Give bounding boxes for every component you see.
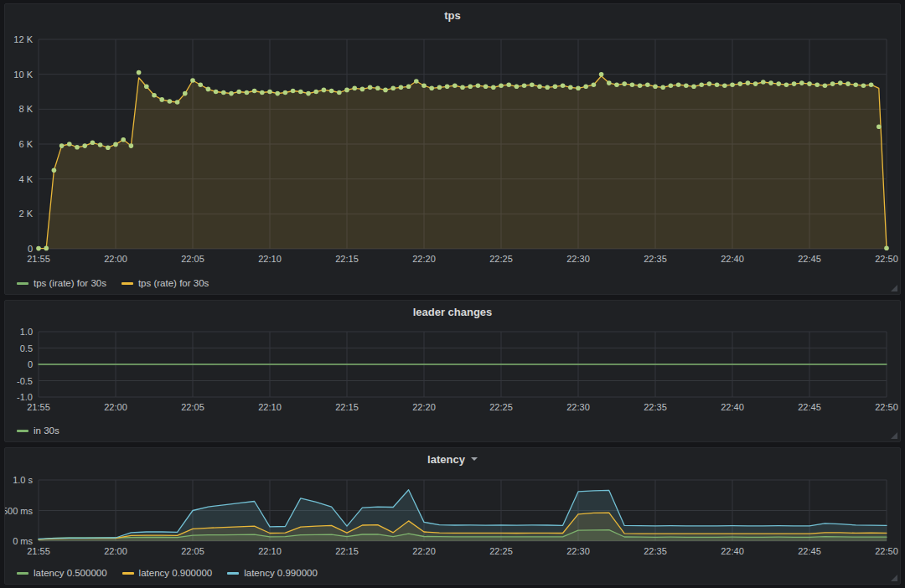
svg-text:22:15: 22:15 bbox=[335, 546, 359, 556]
series-color-dash bbox=[122, 572, 134, 575]
legend-label: tps (rate) for 30s bbox=[138, 278, 209, 288]
svg-text:22:15: 22:15 bbox=[335, 254, 359, 264]
panel-leader-changes: leader changes 1.00.50-0.5-1.021:5522:00… bbox=[4, 300, 901, 442]
svg-text:10 K: 10 K bbox=[13, 70, 33, 80]
svg-text:0: 0 bbox=[28, 244, 33, 254]
svg-text:22:00: 22:00 bbox=[104, 254, 127, 264]
legend-latency: latency 0.500000 latency 0.900000 latenc… bbox=[5, 562, 900, 584]
svg-text:1.0 s: 1.0 s bbox=[13, 475, 33, 485]
svg-text:4 K: 4 K bbox=[18, 174, 33, 184]
svg-text:22:45: 22:45 bbox=[798, 546, 821, 556]
svg-text:22:30: 22:30 bbox=[566, 546, 590, 556]
svg-text:-1.0: -1.0 bbox=[17, 392, 33, 402]
series-color-dash bbox=[17, 430, 28, 432]
svg-text:22:00: 22:00 bbox=[104, 402, 127, 412]
panel-header-latency[interactable]: latency bbox=[5, 448, 900, 470]
panel-resize-handle-icon[interactable] bbox=[891, 575, 897, 581]
chart-canvas-leader-changes[interactable]: 1.00.50-0.5-1.021:5522:0022:0522:1022:15… bbox=[5, 322, 900, 420]
svg-text:500 ms: 500 ms bbox=[5, 506, 33, 516]
svg-text:22:25: 22:25 bbox=[489, 402, 513, 412]
svg-text:22:30: 22:30 bbox=[566, 402, 590, 412]
grafana-dashboard: tps 02 K4 K6 K8 K10 K12 K21:5522:0022:05… bbox=[0, 0, 905, 588]
panel-header-leader-changes[interactable]: leader changes bbox=[5, 301, 900, 322]
chart-canvas-latency[interactable]: 1.0 s500 ms0 ms21:5522:0022:0522:1022:15… bbox=[5, 470, 900, 562]
legend-tps: tps (irate) for 30s tps (rate) for 30s bbox=[5, 272, 900, 294]
svg-text:21:55: 21:55 bbox=[27, 254, 50, 264]
svg-text:22:30: 22:30 bbox=[566, 254, 590, 264]
legend-item-latency-p50[interactable]: latency 0.500000 bbox=[17, 568, 107, 578]
series-color-dash bbox=[122, 282, 133, 285]
series-color-dash bbox=[227, 572, 239, 575]
svg-text:22:35: 22:35 bbox=[644, 254, 667, 264]
svg-text:22:50: 22:50 bbox=[875, 254, 898, 264]
legend-item-tps-rate[interactable]: tps (rate) for 30s bbox=[122, 278, 209, 288]
chart-area-tps[interactable]: 02 K4 K6 K8 K10 K12 K21:5522:0022:0522:1… bbox=[5, 26, 900, 272]
chart-canvas-tps[interactable]: 02 K4 K6 K8 K10 K12 K21:5522:0022:0522:1… bbox=[5, 26, 900, 272]
svg-text:22:20: 22:20 bbox=[412, 254, 436, 264]
svg-text:22:40: 22:40 bbox=[721, 254, 744, 264]
svg-text:22:10: 22:10 bbox=[258, 254, 282, 264]
panel-title-text: leader changes bbox=[413, 306, 493, 318]
panel-title-leader-changes[interactable]: leader changes bbox=[413, 306, 493, 318]
svg-text:22:40: 22:40 bbox=[721, 402, 744, 412]
svg-text:22:20: 22:20 bbox=[412, 402, 436, 412]
panel-header-tps[interactable]: tps bbox=[5, 4, 900, 26]
legend-item-latency-p90[interactable]: latency 0.900000 bbox=[122, 568, 213, 578]
svg-text:21:55: 21:55 bbox=[27, 546, 50, 556]
svg-text:22:50: 22:50 bbox=[875, 546, 898, 556]
series-color-dash bbox=[17, 572, 28, 575]
legend-label: latency 0.500000 bbox=[34, 568, 107, 578]
svg-text:0 ms: 0 ms bbox=[13, 536, 33, 546]
panel-title-text: latency bbox=[427, 453, 465, 466]
legend-label: latency 0.990000 bbox=[244, 568, 318, 578]
svg-text:22:20: 22:20 bbox=[412, 546, 436, 556]
svg-text:1.0: 1.0 bbox=[20, 327, 33, 337]
svg-text:21:55: 21:55 bbox=[27, 402, 50, 412]
svg-text:22:45: 22:45 bbox=[798, 402, 821, 412]
svg-text:22:45: 22:45 bbox=[798, 254, 821, 264]
legend-label: in 30s bbox=[34, 426, 59, 436]
legend-item-tps-irate[interactable]: tps (irate) for 30s bbox=[17, 278, 106, 288]
panel-title-latency[interactable]: latency bbox=[427, 453, 478, 466]
panel-latency: latency 1.0 s500 ms0 ms21:5522:0022:0522… bbox=[4, 447, 901, 585]
svg-text:0: 0 bbox=[28, 359, 33, 369]
svg-text:22:35: 22:35 bbox=[644, 402, 667, 412]
chart-area-latency[interactable]: 1.0 s500 ms0 ms21:5522:0022:0522:1022:15… bbox=[5, 470, 900, 562]
svg-text:-0.5: -0.5 bbox=[17, 376, 33, 386]
svg-text:22:05: 22:05 bbox=[181, 546, 204, 556]
panel-title-text: tps bbox=[444, 9, 461, 22]
legend-label: latency 0.900000 bbox=[139, 568, 213, 578]
svg-text:8 K: 8 K bbox=[18, 104, 33, 114]
svg-text:22:25: 22:25 bbox=[489, 254, 513, 264]
legend-leader-changes: in 30s bbox=[5, 420, 900, 441]
chart-area-leader-changes[interactable]: 1.00.50-0.5-1.021:5522:0022:0522:1022:15… bbox=[5, 322, 900, 420]
svg-text:12 K: 12 K bbox=[13, 34, 33, 44]
svg-text:22:50: 22:50 bbox=[875, 402, 898, 412]
svg-text:22:25: 22:25 bbox=[489, 546, 513, 556]
svg-text:6 K: 6 K bbox=[18, 139, 33, 149]
svg-text:22:40: 22:40 bbox=[721, 546, 744, 556]
series-color-dash bbox=[17, 282, 28, 285]
panel-resize-handle-icon[interactable] bbox=[891, 285, 897, 291]
svg-text:22:35: 22:35 bbox=[644, 546, 667, 556]
legend-item-in-30s[interactable]: in 30s bbox=[17, 426, 59, 436]
svg-text:0.5: 0.5 bbox=[20, 343, 33, 353]
panel-tps: tps 02 K4 K6 K8 K10 K12 K21:5522:0022:05… bbox=[4, 3, 901, 295]
panel-resize-handle-icon[interactable] bbox=[891, 432, 897, 439]
legend-item-latency-p99[interactable]: latency 0.990000 bbox=[227, 568, 318, 578]
svg-text:22:05: 22:05 bbox=[181, 254, 204, 264]
legend-label: tps (irate) for 30s bbox=[34, 278, 106, 288]
svg-text:2 K: 2 K bbox=[18, 209, 33, 219]
chevron-down-icon[interactable] bbox=[471, 457, 478, 461]
svg-text:22:10: 22:10 bbox=[258, 402, 282, 412]
svg-text:22:15: 22:15 bbox=[335, 402, 359, 412]
svg-text:22:05: 22:05 bbox=[181, 402, 204, 412]
svg-text:22:00: 22:00 bbox=[104, 546, 127, 556]
svg-text:22:10: 22:10 bbox=[258, 546, 282, 556]
panel-title-tps[interactable]: tps bbox=[444, 9, 461, 22]
